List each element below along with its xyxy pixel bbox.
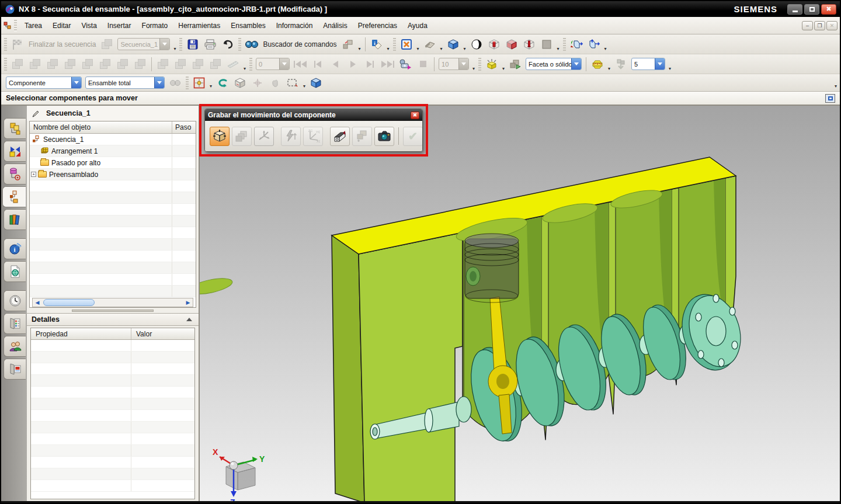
- camera-button[interactable]: [374, 127, 394, 146]
- column-paso[interactable]: Paso: [172, 121, 196, 133]
- row2-end-overflow[interactable]: ▾: [669, 66, 671, 74]
- print-button[interactable]: [202, 36, 218, 53]
- gateway-document-tab[interactable]: [4, 261, 26, 282]
- column-valor[interactable]: Valor: [131, 328, 194, 339]
- sequence-combo[interactable]: Secuencia_1: [117, 38, 170, 50]
- menu-editar[interactable]: Editar: [47, 19, 76, 32]
- menu-ayuda[interactable]: Ayuda: [402, 19, 433, 32]
- view-cube-icon[interactable]: [445, 36, 461, 53]
- sequence-navigator-tab[interactable]: [2, 186, 26, 207]
- web-browser-tab[interactable]: i: [4, 238, 26, 259]
- selection-filter-combo[interactable]: Componente: [6, 77, 82, 89]
- record-toolbar-titlebar[interactable]: Grabar el movimiento del componente ✖: [205, 109, 422, 121]
- clear-recorded-motion-button[interactable]: [330, 127, 350, 146]
- undo-move-icon[interactable]: [214, 75, 231, 91]
- section-overflow[interactable]: ▾: [557, 46, 559, 54]
- speed-combo[interactable]: 10: [439, 58, 469, 70]
- constraint-navigator-tab[interactable]: [4, 141, 26, 162]
- shaded-view-icon[interactable]: [232, 75, 248, 91]
- display-mode-combo[interactable]: Faceta o sólido: [526, 58, 582, 70]
- info-button[interactable]: i: [369, 36, 385, 53]
- scroll-thumb[interactable]: [43, 299, 95, 306]
- info-overflow-arrow[interactable]: ▾: [387, 46, 390, 54]
- edit-section-icon[interactable]: [586, 36, 602, 53]
- menu-vista[interactable]: Vista: [76, 19, 102, 32]
- selection-scope-combo[interactable]: Ensamble total: [85, 77, 165, 89]
- show-assembly-icon[interactable]: [308, 75, 324, 91]
- window-arrange-icon[interactable]: [339, 36, 356, 53]
- menu-analisis[interactable]: Análisis: [318, 19, 352, 32]
- component-group-icon[interactable]: [507, 56, 523, 72]
- part-navigator-tab[interactable]: [4, 164, 26, 185]
- minimize-button[interactable]: [787, 4, 802, 15]
- section-y-icon[interactable]: [503, 36, 520, 53]
- new-section-icon[interactable]: [568, 36, 585, 53]
- render-style-icon[interactable]: [468, 36, 485, 53]
- seq-overflow[interactable]: ▾: [244, 66, 246, 74]
- system-materials-tab[interactable]: [4, 359, 26, 380]
- doc-restore-button[interactable]: ❐: [814, 21, 825, 30]
- menu-insertar[interactable]: Insertar: [102, 19, 137, 32]
- expand-icon[interactable]: +: [31, 172, 36, 177]
- history-tab[interactable]: [4, 290, 26, 311]
- menu-formato[interactable]: Formato: [137, 19, 173, 32]
- menu-tarea[interactable]: Tarea: [19, 19, 47, 32]
- move-object-button[interactable]: [210, 127, 230, 146]
- rectangle-select-icon[interactable]: [284, 75, 301, 91]
- doc-minimize-button[interactable]: –: [802, 21, 813, 30]
- playback-overflow[interactable]: ▾: [472, 66, 475, 74]
- measure-overflow[interactable]: ▾: [608, 66, 610, 74]
- menu-preferencias[interactable]: Preferencias: [353, 19, 402, 32]
- finalize-sequence-label[interactable]: Finalizar la secuencia: [29, 40, 96, 48]
- row1-end-overflow[interactable]: ▾: [604, 46, 607, 54]
- assembly-navigator-tab[interactable]: [4, 118, 26, 139]
- window-overflow-arrow[interactable]: ▾: [358, 46, 360, 54]
- reuse-library-tab[interactable]: [4, 209, 26, 230]
- maximize-button[interactable]: [804, 4, 819, 15]
- tree-row-arrangement[interactable]: Arrangement 1: [30, 145, 196, 157]
- column-nombre[interactable]: Nombre del objeto: [30, 121, 172, 133]
- menu-ensambles[interactable]: Ensambles: [225, 19, 270, 32]
- select-overflow[interactable]: ▾: [303, 84, 305, 91]
- toolbar-overflow-arrow[interactable]: ▾: [173, 46, 176, 54]
- tree-row-secuencia[interactable]: Secuencia_1: [30, 134, 196, 145]
- panel-splitter[interactable]: [27, 308, 199, 313]
- scroll-left-arrow[interactable]: ◀: [33, 298, 42, 307]
- graphics-viewport[interactable]: X Y Z: [200, 106, 840, 503]
- close-window-overflow[interactable]: ▾: [417, 46, 419, 54]
- scroll-right-arrow[interactable]: ▶: [183, 298, 193, 307]
- datum-display-icon[interactable]: [422, 36, 438, 53]
- exploded-view-icon[interactable]: [484, 56, 500, 72]
- exploded-overflow[interactable]: ▾: [502, 66, 505, 74]
- steps-combo[interactable]: 5: [631, 58, 665, 70]
- section-z-icon[interactable]: [521, 36, 537, 53]
- command-finder-icon[interactable]: [244, 36, 260, 53]
- restore-view-icon[interactable]: [825, 94, 835, 103]
- close-button[interactable]: ✖: [821, 4, 836, 15]
- clip-section-icon[interactable]: [538, 36, 555, 53]
- undo-button[interactable]: [220, 36, 236, 53]
- snap-point-icon[interactable]: [191, 75, 207, 91]
- close-window-icon[interactable]: [398, 36, 415, 53]
- menu-herramientas[interactable]: Herramientas: [173, 19, 225, 32]
- collapse-details-icon[interactable]: [185, 315, 194, 324]
- tree-horizontal-scrollbar[interactable]: ◀ ▶: [32, 298, 193, 307]
- task-icon: [4, 22, 12, 30]
- record-toolbar-close-icon[interactable]: ✖: [411, 112, 419, 119]
- save-button[interactable]: [185, 36, 201, 53]
- snap-overflow[interactable]: ▾: [210, 84, 212, 91]
- measure-clearance-icon[interactable]: [589, 56, 606, 72]
- frame-combo[interactable]: 0: [256, 58, 290, 70]
- column-propiedad[interactable]: Propiedad: [31, 328, 131, 339]
- view-overflow[interactable]: ▾: [464, 46, 466, 54]
- tree-row-preensamblado[interactable]: + Preensamblado: [30, 169, 196, 180]
- command-finder-label[interactable]: Buscador de comandos: [263, 40, 336, 48]
- section-x-icon[interactable]: [486, 36, 502, 53]
- menu-informacion[interactable]: Información: [271, 19, 318, 32]
- datum-overflow[interactable]: ▾: [440, 46, 443, 54]
- play-animation-button[interactable]: [397, 56, 413, 72]
- roles-tab[interactable]: [4, 336, 26, 357]
- tree-row-pasado[interactable]: Pasado por alto: [30, 157, 196, 169]
- palettes-tab[interactable]: [4, 313, 26, 334]
- row3-end-overflow[interactable]: ▾: [835, 84, 837, 91]
